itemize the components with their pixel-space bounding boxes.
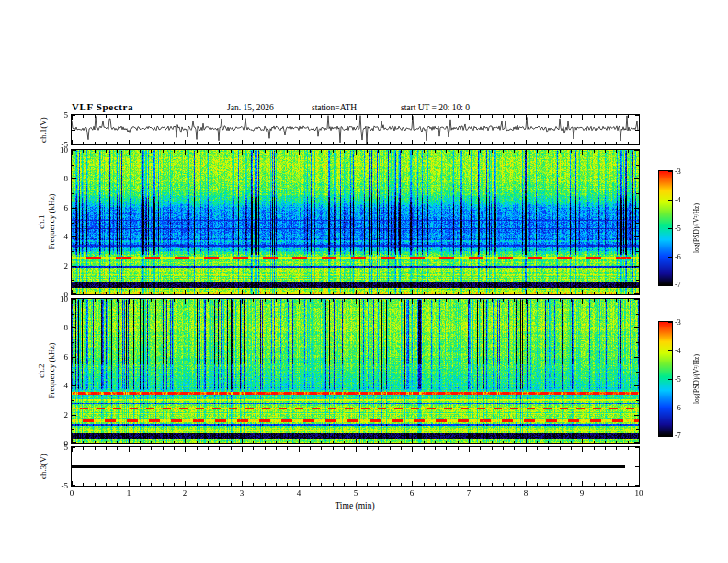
- axis-tick: [95, 115, 96, 118]
- y-tick-label: 4: [40, 232, 68, 241]
- axis-tick: [605, 299, 606, 302]
- axis-tick: [435, 299, 436, 302]
- axis-tick: [628, 115, 629, 118]
- axis-tick: [231, 150, 232, 153]
- axis-tick: [401, 299, 402, 302]
- axis-tick: [401, 115, 402, 118]
- axis-tick: [276, 150, 277, 153]
- axis-tick: [106, 441, 107, 443]
- ch3-voltage-ylabel: ch.3(V): [39, 454, 49, 479]
- axis-tick: [537, 292, 538, 294]
- axis-tick: [208, 447, 209, 450]
- axis-tick: [582, 447, 583, 452]
- axis-tick: [639, 150, 640, 155]
- axis-tick: [435, 142, 436, 144]
- axis-tick: [197, 292, 198, 294]
- axis-tick: [321, 150, 322, 153]
- x-tick-label: 1: [127, 488, 131, 498]
- axis-tick: [299, 447, 300, 452]
- axis-tick: [129, 299, 130, 304]
- axis-tick: [219, 447, 220, 450]
- axis-tick: [424, 441, 425, 443]
- axis-tick: [469, 150, 470, 155]
- axis-tick: [435, 447, 436, 450]
- axis-tick: [344, 115, 345, 118]
- axis-tick: [219, 150, 220, 153]
- axis-tick: [446, 142, 447, 144]
- axis-tick: [242, 140, 243, 144]
- ch2-spectrogram-canvas: [72, 299, 639, 443]
- axis-tick: [503, 447, 504, 450]
- axis-tick: [321, 115, 322, 118]
- axis-tick: [628, 150, 629, 153]
- axis-tick: [390, 115, 391, 118]
- axis-tick: [95, 299, 96, 302]
- axis-tick: [668, 171, 672, 172]
- axis-tick: [197, 150, 198, 153]
- x-tick-label: 9: [580, 488, 585, 498]
- axis-tick: [72, 314, 74, 315]
- axis-tick: [492, 150, 493, 153]
- axis-tick: [321, 447, 322, 450]
- axis-tick: [492, 142, 493, 144]
- axis-tick: [129, 115, 130, 120]
- axis-tick: [480, 115, 481, 118]
- axis-tick: [548, 142, 549, 144]
- axis-tick: [140, 447, 141, 450]
- axis-tick: [548, 150, 549, 153]
- colorbar-tick-label: -4: [675, 347, 681, 355]
- axis-tick: [560, 441, 561, 443]
- axis-tick: [174, 115, 175, 118]
- axis-tick: [208, 483, 209, 486]
- axis-tick: [401, 150, 402, 153]
- axis-tick: [242, 439, 243, 443]
- axis-tick: [605, 115, 606, 118]
- axis-tick: [634, 442, 639, 443]
- ch1-waveform-panel: [71, 114, 640, 145]
- axis-tick: [628, 299, 629, 302]
- axis-tick: [208, 292, 209, 294]
- axis-tick: [185, 150, 186, 155]
- axis-tick: [72, 299, 76, 300]
- axis-tick: [242, 481, 243, 486]
- axis-tick: [242, 115, 243, 120]
- axis-tick: [514, 115, 515, 118]
- colorbar-tick-label: -4: [675, 196, 681, 204]
- axis-tick: [310, 447, 311, 450]
- ch3-waveform-panel: [71, 446, 640, 487]
- axis-tick: [458, 299, 459, 302]
- axis-tick: [83, 292, 84, 294]
- axis-tick: [636, 223, 639, 224]
- y-tick-label: -5: [40, 481, 68, 490]
- axis-tick: [548, 115, 549, 118]
- axis-tick: [140, 299, 141, 302]
- axis-tick: [616, 299, 617, 302]
- axis-tick: [265, 142, 266, 144]
- ch2-spec-ylabel-axis: Frequency (kHz): [47, 342, 57, 398]
- axis-tick: [253, 441, 254, 443]
- axis-tick: [72, 178, 76, 179]
- x-tick-label: 0: [70, 488, 74, 498]
- axis-tick: [446, 483, 447, 486]
- axis-tick: [548, 292, 549, 294]
- axis-tick: [634, 236, 639, 237]
- axis-tick: [333, 299, 334, 302]
- axis-tick: [310, 292, 311, 294]
- axis-tick: [333, 150, 334, 153]
- axis-tick: [287, 115, 288, 118]
- axis-tick: [548, 483, 549, 486]
- colorbar-tick-label: -5: [675, 375, 681, 384]
- axis-tick: [514, 142, 515, 144]
- axis-tick: [616, 483, 617, 486]
- axis-tick: [163, 292, 164, 294]
- axis-tick: [117, 115, 118, 118]
- axis-tick: [72, 115, 75, 116]
- axis-tick: [458, 115, 459, 118]
- axis-tick: [636, 372, 639, 373]
- axis-tick: [537, 115, 538, 118]
- axis-tick: [635, 144, 639, 144]
- axis-tick: [367, 299, 368, 302]
- axis-tick: [83, 447, 84, 450]
- axis-tick: [634, 415, 639, 416]
- y-tick-label: 5: [40, 442, 68, 452]
